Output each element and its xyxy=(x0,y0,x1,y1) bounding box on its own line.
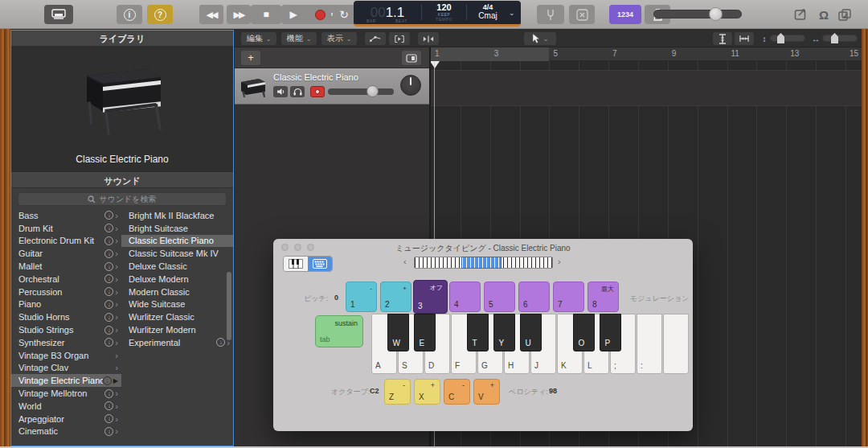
category-item[interactable]: Vintage Electric Piano↓▶ xyxy=(11,374,121,387)
sound-item[interactable]: Wurlitzer Modern xyxy=(121,323,233,336)
pointer-tool-button[interactable]: ⌄ xyxy=(524,32,556,45)
track-solo-button[interactable] xyxy=(290,86,305,97)
black-key-P[interactable]: P xyxy=(600,314,621,351)
category-item[interactable]: Vintage B3 Organ› xyxy=(11,349,121,362)
black-key-W[interactable]: W xyxy=(387,314,409,351)
download-icon[interactable]: ↓ xyxy=(104,236,113,245)
master-volume-slider[interactable] xyxy=(653,10,742,18)
catch-playhead-button[interactable] xyxy=(418,32,439,45)
sound-item[interactable]: Deluxe Modern xyxy=(121,273,233,286)
category-item[interactable]: Cinematic↓› xyxy=(11,425,121,438)
add-track-button[interactable]: + xyxy=(241,51,260,65)
quick-help-button[interactable]: i xyxy=(117,5,142,24)
octave-key-V[interactable]: V+ xyxy=(473,379,500,405)
download-icon[interactable]: ↓ xyxy=(104,401,113,410)
pitch-key-4[interactable]: 4 xyxy=(449,282,481,312)
media-browser-button[interactable] xyxy=(834,5,855,24)
loop-browser-button[interactable]: Ω xyxy=(813,5,834,24)
cycle-button[interactable]: ↻ xyxy=(333,5,355,24)
download-icon[interactable]: ↓ xyxy=(104,287,113,296)
master-mute-button[interactable] xyxy=(569,5,595,24)
download-icon[interactable]: ↓ xyxy=(104,249,113,258)
black-key-Y[interactable]: Y xyxy=(493,314,515,351)
play-button[interactable]: ▶ xyxy=(281,5,305,24)
track-header[interactable]: Classic Electric Piano xyxy=(235,68,429,105)
download-icon[interactable]: ↓ xyxy=(104,427,113,436)
track-volume-knob[interactable] xyxy=(366,85,379,97)
pitch-key-7[interactable]: 7 xyxy=(553,282,584,312)
rewind-button[interactable]: ◀◀ xyxy=(199,5,223,24)
flex-button[interactable] xyxy=(389,32,410,45)
pitch-key-6[interactable]: 6 xyxy=(518,282,550,312)
musical-typing-window[interactable]: ミュージックタイピング - Classic Electric Piano xyxy=(273,239,693,431)
category-item[interactable]: World↓› xyxy=(11,400,121,413)
library-scrollbar[interactable] xyxy=(227,272,231,340)
octave-key-C[interactable]: C- xyxy=(444,379,470,405)
download-icon[interactable]: ↓ xyxy=(104,338,113,347)
white-key-:[interactable]: : xyxy=(637,314,662,374)
category-item[interactable]: Bass↓› xyxy=(11,209,121,222)
musical-typing-mode-button[interactable] xyxy=(308,257,332,271)
download-icon[interactable]: ↓ xyxy=(104,313,113,322)
sound-item[interactable]: Modern Classic xyxy=(121,286,233,298)
black-key-E[interactable]: E xyxy=(414,314,436,351)
pitch-key-8[interactable]: 8最大 xyxy=(588,282,619,312)
menu-edit[interactable]: 編集 ⌄ xyxy=(241,32,276,45)
automation-button[interactable] xyxy=(365,32,386,45)
horizontal-zoom-slider[interactable] xyxy=(822,35,858,42)
playhead-marker[interactable] xyxy=(431,61,440,68)
pitch-key-3[interactable]: 3オフ xyxy=(413,280,448,314)
track-record-enable-button[interactable] xyxy=(310,86,325,97)
keyboard-overview-strip[interactable] xyxy=(414,257,553,269)
sound-item[interactable]: Wide Suitcase xyxy=(121,298,233,311)
download-icon[interactable]: ↓ xyxy=(104,389,113,398)
vertical-zoom-slider[interactable] xyxy=(770,35,805,42)
category-item[interactable]: Percussion↓› xyxy=(11,286,121,298)
track-mute-button[interactable] xyxy=(273,86,288,97)
record-button[interactable] xyxy=(309,5,331,24)
download-icon[interactable]: ↓ xyxy=(104,211,113,220)
black-key-U[interactable]: U xyxy=(520,314,542,351)
sound-item[interactable]: Experimental↓› xyxy=(121,336,233,349)
octave-range-right-chevron[interactable]: › xyxy=(558,257,561,266)
category-item[interactable]: Piano↓› xyxy=(11,298,121,311)
download-icon[interactable]: ↓ xyxy=(103,376,112,385)
lcd-chevron[interactable]: ⌄ xyxy=(509,1,520,24)
menu-functions[interactable]: 機能 ⌄ xyxy=(281,32,317,45)
category-item[interactable]: Mallet↓› xyxy=(11,260,121,273)
track-header-config-button[interactable] xyxy=(402,51,421,65)
download-icon[interactable]: ↓ xyxy=(104,274,113,283)
menu-view[interactable]: 表示 ⌄ xyxy=(321,32,357,45)
category-item[interactable]: Studio Strings↓› xyxy=(11,323,121,336)
vertical-zoom-knob[interactable] xyxy=(777,33,784,43)
forward-button[interactable]: ▶▶ xyxy=(227,5,251,24)
download-icon[interactable]: ↓ xyxy=(104,326,113,335)
category-item[interactable]: Vintage Mellotron↓› xyxy=(11,387,121,400)
category-item[interactable]: Electronic Drum Kit↓› xyxy=(11,235,121,248)
download-icon[interactable]: ↓ xyxy=(104,414,113,423)
sound-item[interactable]: Bright Suitcase xyxy=(121,222,233,235)
sound-item[interactable]: Bright Mk II Blackface xyxy=(121,209,233,222)
pitch-key-2[interactable]: 2+ xyxy=(380,282,411,312)
category-item[interactable]: Guitar↓› xyxy=(11,247,121,260)
octave-range-left-chevron[interactable]: ‹ xyxy=(403,257,407,266)
octave-key-X[interactable]: X+ xyxy=(414,379,440,405)
pitch-key-1[interactable]: 1- xyxy=(346,282,377,312)
pitch-key-5[interactable]: 5 xyxy=(484,282,515,312)
octave-key-Z[interactable]: Z- xyxy=(384,379,411,405)
tuner-button[interactable] xyxy=(537,5,564,24)
horizontal-autozoom-button[interactable] xyxy=(735,32,754,45)
sound-item[interactable]: Classic Suitcase Mk IV xyxy=(121,247,233,260)
horizontal-zoom-knob[interactable] xyxy=(831,33,838,43)
category-item[interactable]: Arpeggiator↓› xyxy=(11,413,121,425)
category-item[interactable]: Orchestral↓› xyxy=(11,273,121,286)
master-volume-knob[interactable] xyxy=(709,7,723,21)
track-lane[interactable] xyxy=(431,70,862,106)
sound-search-input[interactable]: サウンドを検索 xyxy=(18,192,227,206)
piano-keyboard-mode-button[interactable] xyxy=(284,257,308,271)
count-in-button[interactable]: 1234 xyxy=(609,5,641,24)
lcd-key-section[interactable]: 4/4 Cmaj xyxy=(467,1,509,24)
vertical-autozoom-button[interactable] xyxy=(713,32,732,45)
download-icon[interactable]: ↓ xyxy=(104,300,113,309)
category-item[interactable]: Drum Kit↓› xyxy=(11,222,121,235)
